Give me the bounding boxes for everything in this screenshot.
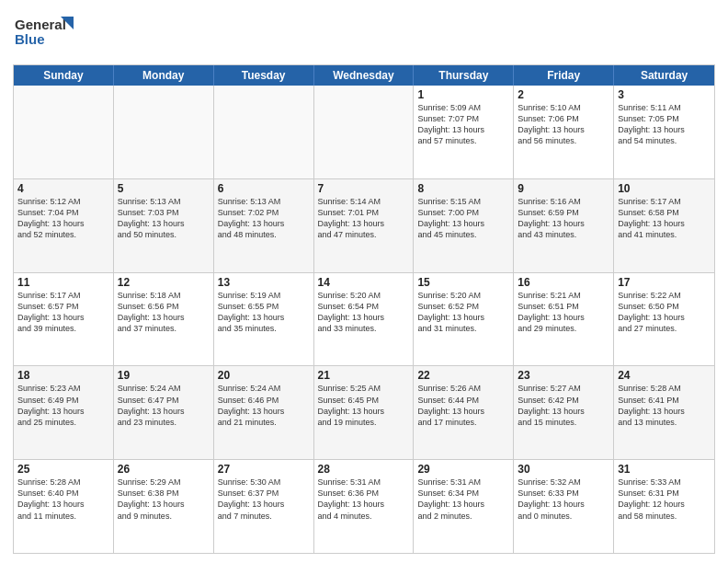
- logo-block: General Blue: [13, 9, 96, 59]
- cell-info: Sunrise: 5:13 AMSunset: 7:03 PMDaylight:…: [118, 196, 210, 241]
- cal-cell: 20Sunrise: 5:24 AMSunset: 6:46 PMDayligh…: [214, 366, 314, 459]
- page: General Blue SundayMondayTuesdayWednesda…: [0, 0, 728, 563]
- cal-cell: 10Sunrise: 5:17 AMSunset: 6:58 PMDayligh…: [614, 179, 714, 272]
- header-monday: Monday: [114, 65, 214, 86]
- header-wednesday: Wednesday: [314, 65, 415, 86]
- header-sunday: Sunday: [14, 65, 114, 86]
- cal-cell: 30Sunrise: 5:32 AMSunset: 6:33 PMDayligh…: [514, 460, 614, 553]
- cell-info: Sunrise: 5:18 AMSunset: 6:56 PMDaylight:…: [118, 290, 210, 335]
- svg-text:General: General: [15, 17, 66, 32]
- day-number: 15: [417, 276, 509, 289]
- cal-cell: 2Sunrise: 5:10 AMSunset: 7:06 PMDaylight…: [514, 86, 614, 178]
- cell-info: Sunrise: 5:30 AMSunset: 6:37 PMDaylight:…: [218, 477, 310, 522]
- cal-cell: 21Sunrise: 5:25 AMSunset: 6:45 PMDayligh…: [314, 366, 415, 459]
- svg-text:Blue: Blue: [15, 31, 45, 47]
- cal-cell: 4Sunrise: 5:12 AMSunset: 7:04 PMDaylight…: [14, 179, 114, 272]
- cal-cell: 6Sunrise: 5:13 AMSunset: 7:02 PMDaylight…: [214, 179, 314, 272]
- day-number: 30: [518, 463, 609, 476]
- logo: General Blue: [13, 9, 96, 59]
- cal-cell: [114, 86, 214, 178]
- cal-cell: 31Sunrise: 5:33 AMSunset: 6:31 PMDayligh…: [614, 460, 714, 553]
- week-1: 1Sunrise: 5:09 AMSunset: 7:07 PMDaylight…: [14, 86, 714, 178]
- day-number: 2: [518, 88, 609, 101]
- cal-cell: 18Sunrise: 5:23 AMSunset: 6:49 PMDayligh…: [14, 366, 114, 459]
- day-number: 17: [618, 276, 711, 289]
- cal-cell: 17Sunrise: 5:22 AMSunset: 6:50 PMDayligh…: [614, 273, 714, 366]
- header-thursday: Thursday: [414, 65, 514, 86]
- day-number: 22: [417, 369, 509, 382]
- cell-info: Sunrise: 5:16 AMSunset: 6:59 PMDaylight:…: [518, 196, 609, 241]
- logo-svg: General Blue: [13, 9, 96, 55]
- cell-info: Sunrise: 5:33 AMSunset: 6:31 PMDaylight:…: [618, 477, 711, 522]
- cal-cell: 19Sunrise: 5:24 AMSunset: 6:47 PMDayligh…: [114, 366, 214, 459]
- cell-info: Sunrise: 5:27 AMSunset: 6:42 PMDaylight:…: [518, 383, 609, 428]
- day-number: 28: [318, 463, 410, 476]
- cell-info: Sunrise: 5:28 AMSunset: 6:40 PMDaylight:…: [17, 477, 109, 522]
- day-number: 6: [218, 182, 310, 195]
- cell-info: Sunrise: 5:14 AMSunset: 7:01 PMDaylight:…: [318, 196, 410, 241]
- cal-cell: [314, 86, 415, 178]
- cell-info: Sunrise: 5:10 AMSunset: 7:06 PMDaylight:…: [518, 102, 609, 147]
- cell-info: Sunrise: 5:12 AMSunset: 7:04 PMDaylight:…: [17, 196, 109, 241]
- cal-cell: 8Sunrise: 5:15 AMSunset: 7:00 PMDaylight…: [414, 179, 514, 272]
- cal-cell: [14, 86, 114, 178]
- header-friday: Friday: [514, 65, 614, 86]
- cell-info: Sunrise: 5:29 AMSunset: 6:38 PMDaylight:…: [118, 477, 210, 522]
- day-number: 14: [318, 276, 410, 289]
- cell-info: Sunrise: 5:31 AMSunset: 6:36 PMDaylight:…: [318, 477, 410, 522]
- day-number: 13: [218, 276, 310, 289]
- cell-info: Sunrise: 5:11 AMSunset: 7:05 PMDaylight:…: [618, 102, 711, 147]
- calendar: SundayMondayTuesdayWednesdayThursdayFrid…: [13, 64, 715, 554]
- cell-info: Sunrise: 5:22 AMSunset: 6:50 PMDaylight:…: [618, 290, 711, 335]
- cal-cell: 14Sunrise: 5:20 AMSunset: 6:54 PMDayligh…: [314, 273, 415, 366]
- day-number: 11: [17, 276, 109, 289]
- cal-cell: 22Sunrise: 5:26 AMSunset: 6:44 PMDayligh…: [414, 366, 514, 459]
- cell-info: Sunrise: 5:17 AMSunset: 6:58 PMDaylight:…: [618, 196, 711, 241]
- cell-info: Sunrise: 5:31 AMSunset: 6:34 PMDaylight:…: [417, 477, 509, 522]
- cell-info: Sunrise: 5:25 AMSunset: 6:45 PMDaylight:…: [318, 383, 410, 428]
- cal-cell: 11Sunrise: 5:17 AMSunset: 6:57 PMDayligh…: [14, 273, 114, 366]
- day-number: 31: [618, 463, 711, 476]
- cal-cell: [214, 86, 314, 178]
- calendar-header: SundayMondayTuesdayWednesdayThursdayFrid…: [14, 65, 714, 86]
- day-number: 9: [518, 182, 609, 195]
- day-number: 1: [417, 88, 509, 101]
- week-5: 25Sunrise: 5:28 AMSunset: 6:40 PMDayligh…: [14, 459, 714, 553]
- cal-cell: 12Sunrise: 5:18 AMSunset: 6:56 PMDayligh…: [114, 273, 214, 366]
- cal-cell: 1Sunrise: 5:09 AMSunset: 7:07 PMDaylight…: [414, 86, 514, 178]
- cal-cell: 3Sunrise: 5:11 AMSunset: 7:05 PMDaylight…: [614, 86, 714, 178]
- cell-info: Sunrise: 5:13 AMSunset: 7:02 PMDaylight:…: [218, 196, 310, 241]
- header-tuesday: Tuesday: [214, 65, 314, 86]
- cell-info: Sunrise: 5:24 AMSunset: 6:47 PMDaylight:…: [118, 383, 210, 428]
- cal-cell: 26Sunrise: 5:29 AMSunset: 6:38 PMDayligh…: [114, 460, 214, 553]
- cell-info: Sunrise: 5:24 AMSunset: 6:46 PMDaylight:…: [218, 383, 310, 428]
- day-number: 25: [17, 463, 109, 476]
- week-3: 11Sunrise: 5:17 AMSunset: 6:57 PMDayligh…: [14, 272, 714, 366]
- day-number: 24: [618, 369, 711, 382]
- cal-cell: 24Sunrise: 5:28 AMSunset: 6:41 PMDayligh…: [614, 366, 714, 459]
- cal-cell: 23Sunrise: 5:27 AMSunset: 6:42 PMDayligh…: [514, 366, 614, 459]
- day-number: 8: [417, 182, 509, 195]
- cal-cell: 15Sunrise: 5:20 AMSunset: 6:52 PMDayligh…: [414, 273, 514, 366]
- day-number: 3: [618, 88, 711, 101]
- cal-cell: 29Sunrise: 5:31 AMSunset: 6:34 PMDayligh…: [414, 460, 514, 553]
- day-number: 19: [118, 369, 210, 382]
- cal-cell: 25Sunrise: 5:28 AMSunset: 6:40 PMDayligh…: [14, 460, 114, 553]
- cell-info: Sunrise: 5:21 AMSunset: 6:51 PMDaylight:…: [518, 290, 609, 335]
- cell-info: Sunrise: 5:15 AMSunset: 7:00 PMDaylight:…: [417, 196, 509, 241]
- calendar-body: 1Sunrise: 5:09 AMSunset: 7:07 PMDaylight…: [14, 86, 714, 553]
- cal-cell: 13Sunrise: 5:19 AMSunset: 6:55 PMDayligh…: [214, 273, 314, 366]
- day-number: 4: [17, 182, 109, 195]
- day-number: 26: [118, 463, 210, 476]
- cal-cell: 7Sunrise: 5:14 AMSunset: 7:01 PMDaylight…: [314, 179, 415, 272]
- cell-info: Sunrise: 5:19 AMSunset: 6:55 PMDaylight:…: [218, 290, 310, 335]
- header-saturday: Saturday: [614, 65, 714, 86]
- cell-info: Sunrise: 5:20 AMSunset: 6:52 PMDaylight:…: [417, 290, 509, 335]
- cell-info: Sunrise: 5:32 AMSunset: 6:33 PMDaylight:…: [518, 477, 609, 522]
- day-number: 27: [218, 463, 310, 476]
- cal-cell: 5Sunrise: 5:13 AMSunset: 7:03 PMDaylight…: [114, 179, 214, 272]
- cal-cell: 16Sunrise: 5:21 AMSunset: 6:51 PMDayligh…: [514, 273, 614, 366]
- cell-info: Sunrise: 5:28 AMSunset: 6:41 PMDaylight:…: [618, 383, 711, 428]
- day-number: 21: [318, 369, 410, 382]
- day-number: 10: [618, 182, 711, 195]
